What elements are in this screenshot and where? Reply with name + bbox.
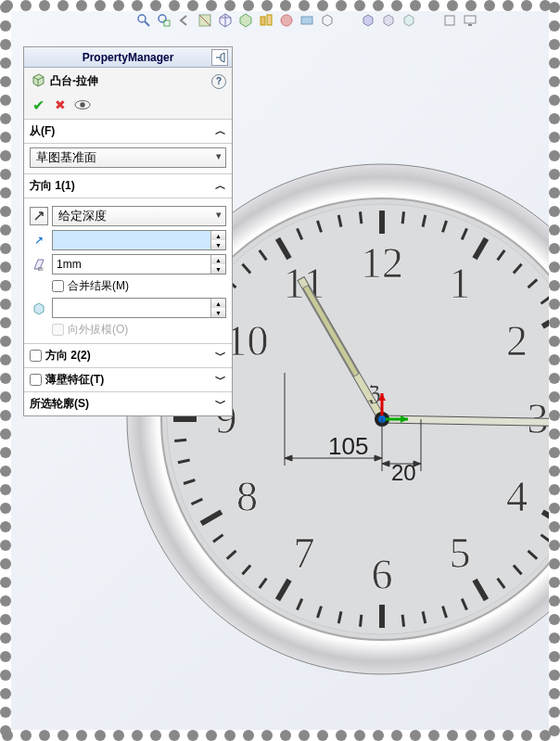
svg-point-156 bbox=[428, 0, 439, 11]
svg-point-202 bbox=[0, 299, 11, 310]
cancel-icon[interactable]: ✖ bbox=[52, 96, 69, 113]
body-input[interactable] bbox=[53, 299, 210, 317]
svg-point-230 bbox=[0, 558, 11, 569]
svg-point-165 bbox=[503, 730, 514, 741]
view-orientation-icon[interactable] bbox=[217, 12, 234, 29]
svg-point-122 bbox=[113, 0, 124, 11]
svg-point-241 bbox=[549, 651, 560, 662]
from-combo[interactable]: 草图基准面 bbox=[30, 147, 226, 168]
chevron-up-icon: ︿ bbox=[215, 178, 226, 194]
svg-point-199 bbox=[549, 262, 560, 273]
monitor-icon[interactable] bbox=[462, 12, 478, 29]
thin-section-header[interactable]: 薄壁特征(T) ﹀ bbox=[24, 367, 232, 391]
spin-up-icon[interactable]: ▲ bbox=[211, 255, 225, 264]
help-icon[interactable]: ? bbox=[211, 74, 226, 89]
svg-point-120 bbox=[95, 0, 106, 11]
svg-point-227 bbox=[549, 521, 560, 532]
svg-point-207 bbox=[549, 336, 560, 347]
spacer2 bbox=[421, 12, 438, 29]
draft-icon[interactable]: Di bbox=[30, 255, 48, 274]
cube-variant-icon[interactable] bbox=[401, 12, 417, 29]
dir2-section-header[interactable]: 方向 2(2) ﹀ bbox=[24, 343, 232, 367]
section-view-icon[interactable] bbox=[197, 12, 213, 29]
svg-text:12: 12 bbox=[361, 239, 403, 287]
from-label: 从(F) bbox=[30, 123, 55, 139]
svg-point-243 bbox=[549, 670, 560, 681]
svg-point-119 bbox=[76, 730, 87, 741]
reverse-direction-icon[interactable] bbox=[30, 207, 48, 225]
svg-point-218 bbox=[0, 447, 11, 458]
svg-point-238 bbox=[0, 632, 11, 644]
svg-point-140 bbox=[280, 0, 291, 11]
spin-up-icon[interactable]: ▲ bbox=[211, 231, 225, 240]
zoom-to-fit-icon[interactable] bbox=[135, 12, 152, 29]
view-settings-icon[interactable] bbox=[319, 12, 336, 29]
draft-outward-checkbox: 向外拔模(O) bbox=[52, 322, 226, 338]
property-manager-panel: PropertyManager 凸台-拉伸 ? ✔ ✖ 从(F) ︿ 草图基准面 bbox=[23, 46, 233, 416]
from-section-header[interactable]: 从(F) ︿ bbox=[24, 119, 232, 143]
svg-point-194 bbox=[0, 224, 11, 236]
svg-point-172 bbox=[0, 20, 11, 32]
dir2-checkbox[interactable] bbox=[30, 350, 42, 362]
apply-scene-icon[interactable] bbox=[299, 12, 315, 29]
svg-point-0 bbox=[138, 15, 146, 22]
cube-icon[interactable] bbox=[380, 12, 397, 29]
svg-point-139 bbox=[261, 730, 273, 741]
spin-down-icon[interactable]: ▼ bbox=[211, 308, 225, 317]
extrude-icon bbox=[30, 71, 46, 91]
preview-eye-icon[interactable] bbox=[74, 96, 91, 113]
svg-point-219 bbox=[549, 447, 560, 458]
dir2-label: 方向 2(2) bbox=[45, 348, 91, 364]
contours-section-header[interactable]: 所选轮廓(S) ﹀ bbox=[24, 391, 232, 415]
depth-input[interactable] bbox=[53, 231, 210, 249]
pin-icon[interactable] bbox=[211, 49, 228, 66]
dir1-section: 给定深度 ↗ ▲▼ Di ▲▼ 合并结果(M) bbox=[24, 198, 232, 343]
svg-point-137 bbox=[243, 730, 254, 741]
svg-point-118 bbox=[76, 0, 87, 11]
body-spinner[interactable]: ▲▼ bbox=[52, 298, 226, 318]
svg-point-231 bbox=[549, 558, 560, 569]
merge-checkbox-input[interactable] bbox=[52, 280, 64, 292]
svg-line-17 bbox=[402, 211, 403, 224]
svg-text:4: 4 bbox=[506, 473, 528, 520]
depth-spinner[interactable]: ▲▼ bbox=[52, 230, 226, 250]
render-icon[interactable] bbox=[360, 12, 376, 29]
svg-point-148 bbox=[354, 0, 365, 11]
svg-point-123 bbox=[113, 730, 124, 741]
dir1-section-header[interactable]: 方向 1(1) ︿ bbox=[24, 173, 232, 198]
graphics-viewport[interactable]: 121234567891011 bbox=[11, 11, 549, 730]
thin-checkbox[interactable] bbox=[30, 374, 42, 386]
draft-value-spinner[interactable]: ▲▼ bbox=[52, 254, 226, 275]
svg-point-110 bbox=[2, 0, 13, 11]
svg-point-113 bbox=[20, 730, 32, 741]
feature-name: 凸台-拉伸 bbox=[50, 73, 98, 89]
print3d-icon[interactable] bbox=[441, 12, 458, 29]
svg-point-214 bbox=[0, 410, 11, 421]
svg-point-223 bbox=[549, 484, 560, 495]
svg-point-185 bbox=[549, 132, 560, 143]
svg-point-127 bbox=[150, 730, 161, 741]
display-style-icon[interactable] bbox=[237, 12, 254, 29]
svg-point-151 bbox=[373, 730, 384, 741]
draft-input[interactable] bbox=[53, 255, 210, 274]
svg-point-183 bbox=[549, 113, 560, 124]
spin-down-icon[interactable]: ▼ bbox=[211, 264, 225, 274]
previous-view-icon[interactable] bbox=[176, 12, 193, 29]
svg-point-116 bbox=[57, 0, 69, 11]
hide-show-icon[interactable] bbox=[258, 12, 274, 29]
edit-appearance-icon[interactable] bbox=[278, 12, 295, 29]
svg-point-155 bbox=[410, 730, 421, 741]
end-condition-combo[interactable]: 给定深度 bbox=[52, 206, 226, 226]
spin-down-icon[interactable]: ▼ bbox=[211, 240, 225, 249]
body-icon[interactable] bbox=[30, 299, 48, 317]
svg-point-239 bbox=[549, 632, 560, 644]
zoom-area-icon[interactable] bbox=[156, 12, 172, 29]
svg-point-143 bbox=[299, 730, 310, 741]
merge-result-checkbox[interactable]: 合并结果(M) bbox=[52, 278, 226, 294]
ok-icon[interactable]: ✔ bbox=[30, 96, 46, 113]
chevron-down-icon: ﹀ bbox=[215, 396, 226, 412]
svg-point-115 bbox=[39, 730, 50, 741]
svg-point-198 bbox=[0, 262, 11, 273]
svg-point-235 bbox=[549, 595, 560, 607]
spin-up-icon[interactable]: ▲ bbox=[211, 299, 225, 308]
